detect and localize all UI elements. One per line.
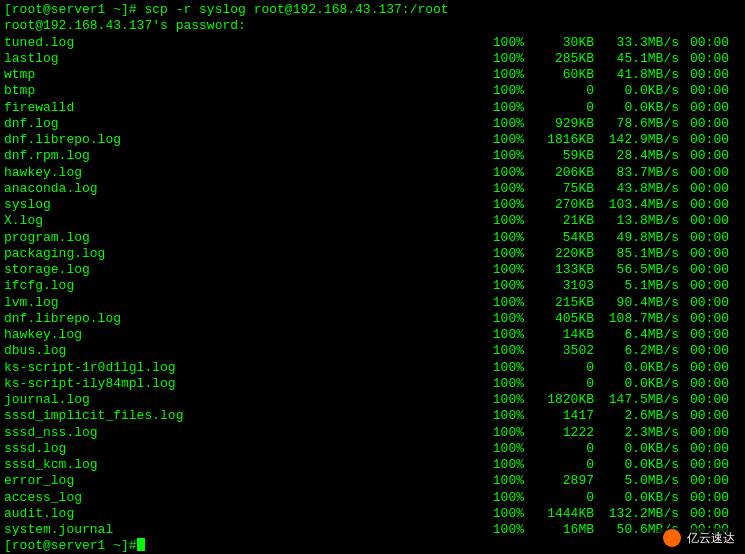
file-size: 2897 [524, 473, 594, 489]
file-speed: 6.4MB/s [594, 327, 679, 343]
file-pct: 100% [474, 278, 524, 294]
file-time: 00:00 [679, 213, 729, 229]
file-speed: 78.6MB/s [594, 116, 679, 132]
terminal: [root@server1 ~]# scp -r syslog root@192… [0, 0, 745, 554]
file-size: 215KB [524, 295, 594, 311]
file-size: 0 [524, 360, 594, 376]
file-speed: 0.0KB/s [594, 100, 679, 116]
file-time: 00:00 [679, 392, 729, 408]
file-name: dnf.log [4, 116, 474, 132]
shell-prompt: [root@server1 ~]# [4, 538, 137, 554]
file-pct: 100% [474, 165, 524, 181]
terminal-line: sssd_nss.log100%12222.3MB/s00:00 [4, 425, 741, 441]
file-size: 21KB [524, 213, 594, 229]
file-time: 00:00 [679, 506, 729, 522]
file-pct: 100% [474, 311, 524, 327]
file-size: 285KB [524, 51, 594, 67]
file-size: 1816KB [524, 132, 594, 148]
file-speed: 132.2MB/s [594, 506, 679, 522]
file-pct: 100% [474, 457, 524, 473]
file-pct: 100% [474, 408, 524, 424]
terminal-line: lvm.log100%215KB90.4MB/s00:00 [4, 295, 741, 311]
file-size: 405KB [524, 311, 594, 327]
file-speed: 5.1MB/s [594, 278, 679, 294]
file-time: 00:00 [679, 295, 729, 311]
terminal-line: sssd_implicit_files.log100%14172.6MB/s00… [4, 408, 741, 424]
file-speed: 147.5MB/s [594, 392, 679, 408]
file-name: lastlog [4, 51, 474, 67]
file-name: syslog [4, 197, 474, 213]
file-pct: 100% [474, 132, 524, 148]
file-name: dnf.librepo.log [4, 132, 474, 148]
file-pct: 100% [474, 425, 524, 441]
file-speed: 41.8MB/s [594, 67, 679, 83]
file-size: 0 [524, 100, 594, 116]
file-name: storage.log [4, 262, 474, 278]
file-name: ks-script-1r0d1lgl.log [4, 360, 474, 376]
file-name: hawkey.log [4, 327, 474, 343]
watermark-logo [663, 529, 681, 547]
file-name: sssd.log [4, 441, 474, 457]
terminal-line: btmp100%00.0KB/s00:00 [4, 83, 741, 99]
file-size: 0 [524, 83, 594, 99]
file-time: 00:00 [679, 246, 729, 262]
file-speed: 45.1MB/s [594, 51, 679, 67]
file-speed: 0.0KB/s [594, 83, 679, 99]
file-size: 3502 [524, 343, 594, 359]
file-time: 00:00 [679, 165, 729, 181]
file-time: 00:00 [679, 181, 729, 197]
file-speed: 0.0KB/s [594, 360, 679, 376]
file-name: sssd_implicit_files.log [4, 408, 474, 424]
file-pct: 100% [474, 83, 524, 99]
file-time: 00:00 [679, 278, 729, 294]
file-time: 00:00 [679, 343, 729, 359]
file-name: firewalld [4, 100, 474, 116]
file-pct: 100% [474, 148, 524, 164]
terminal-line: error_log100%28975.0MB/s00:00 [4, 473, 741, 489]
file-size: 16MB [524, 522, 594, 538]
file-name: dbus.log [4, 343, 474, 359]
terminal-line: wtmp100%60KB41.8MB/s00:00 [4, 67, 741, 83]
file-size: 1222 [524, 425, 594, 441]
file-name: ifcfg.log [4, 278, 474, 294]
terminal-line: system.journal100%16MB50.6MB/s00:00 [4, 522, 741, 538]
terminal-line: dnf.log100%929KB78.6MB/s00:00 [4, 116, 741, 132]
file-speed: 33.3MB/s [594, 35, 679, 51]
file-pct: 100% [474, 67, 524, 83]
file-time: 00:00 [679, 408, 729, 424]
file-time: 00:00 [679, 473, 729, 489]
file-name: hawkey.log [4, 165, 474, 181]
file-pct: 100% [474, 181, 524, 197]
file-time: 00:00 [679, 327, 729, 343]
file-size: 0 [524, 457, 594, 473]
terminal-line: storage.log100%133KB56.5MB/s00:00 [4, 262, 741, 278]
file-speed: 83.7MB/s [594, 165, 679, 181]
file-time: 00:00 [679, 441, 729, 457]
terminal-line: audit.log100%1444KB132.2MB/s00:00 [4, 506, 741, 522]
file-pct: 100% [474, 295, 524, 311]
file-time: 00:00 [679, 197, 729, 213]
file-size: 59KB [524, 148, 594, 164]
file-time: 00:00 [679, 83, 729, 99]
file-size: 14KB [524, 327, 594, 343]
file-speed: 49.8MB/s [594, 230, 679, 246]
file-name: journal.log [4, 392, 474, 408]
file-speed: 0.0KB/s [594, 376, 679, 392]
terminal-line: ks-script-1r0d1lgl.log100%00.0KB/s00:00 [4, 360, 741, 376]
file-time: 00:00 [679, 132, 729, 148]
terminal-line: anaconda.log100%75KB43.8MB/s00:00 [4, 181, 741, 197]
terminal-line: dnf.librepo.log100%1816KB142.9MB/s00:00 [4, 132, 741, 148]
file-time: 00:00 [679, 425, 729, 441]
file-size: 54KB [524, 230, 594, 246]
file-size: 0 [524, 441, 594, 457]
terminal-line: dbus.log100%35026.2MB/s00:00 [4, 343, 741, 359]
file-pct: 100% [474, 392, 524, 408]
terminal-line: access_log100%00.0KB/s00:00 [4, 490, 741, 506]
file-pct: 100% [474, 522, 524, 538]
file-speed: 90.4MB/s [594, 295, 679, 311]
file-pct: 100% [474, 51, 524, 67]
file-speed: 85.1MB/s [594, 246, 679, 262]
file-time: 00:00 [679, 67, 729, 83]
file-name: system.journal [4, 522, 474, 538]
file-pct: 100% [474, 376, 524, 392]
